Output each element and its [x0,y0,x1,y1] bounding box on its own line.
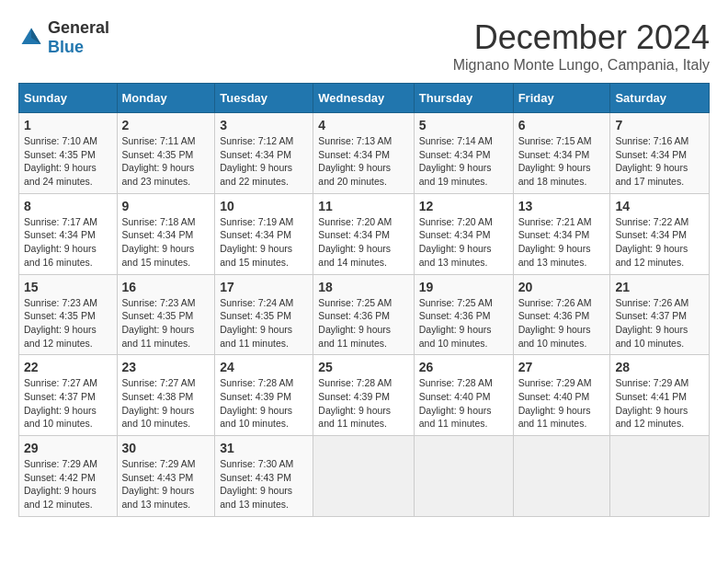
calendar-cell: 17 Sunrise: 7:24 AMSunset: 4:35 PMDaylig… [215,274,313,355]
calendar-week-4: 22 Sunrise: 7:27 AMSunset: 4:37 PMDaylig… [19,355,710,436]
calendar-cell: 15 Sunrise: 7:23 AMSunset: 4:35 PMDaylig… [19,274,118,355]
day-number: 31 [220,441,308,455]
day-info: Sunrise: 7:30 AMSunset: 4:43 PMDaylight:… [220,458,293,510]
day-number: 13 [518,199,606,213]
day-info: Sunrise: 7:17 AMSunset: 4:34 PMDaylight:… [24,216,97,268]
day-info: Sunrise: 7:23 AMSunset: 4:35 PMDaylight:… [24,297,97,349]
calendar-cell [610,436,710,517]
day-number: 18 [318,280,408,294]
calendar-cell: 11 Sunrise: 7:20 AMSunset: 4:34 PMDaylig… [313,193,414,274]
day-number: 14 [615,199,704,213]
day-info: Sunrise: 7:25 AMSunset: 4:36 PMDaylight:… [419,297,493,349]
day-number: 21 [615,280,704,294]
calendar-header-row: SundayMondayTuesdayWednesdayThursdayFrid… [19,84,710,113]
day-number: 19 [419,280,508,294]
day-info: Sunrise: 7:29 AMSunset: 4:40 PMDaylight:… [518,377,592,429]
calendar-week-3: 15 Sunrise: 7:23 AMSunset: 4:35 PMDaylig… [19,274,710,355]
calendar-cell: 6 Sunrise: 7:15 AMSunset: 4:34 PMDayligh… [513,113,610,194]
calendar-cell [414,436,513,517]
day-info: Sunrise: 7:16 AMSunset: 4:34 PMDaylight:… [615,135,688,187]
day-number: 10 [220,199,308,213]
calendar-cell: 27 Sunrise: 7:29 AMSunset: 4:40 PMDaylig… [513,355,610,436]
calendar-cell: 10 Sunrise: 7:19 AMSunset: 4:34 PMDaylig… [215,193,313,274]
day-number: 3 [220,118,308,132]
day-info: Sunrise: 7:12 AMSunset: 4:34 PMDaylight:… [220,135,293,187]
day-number: 16 [122,280,210,294]
day-number: 2 [122,118,210,132]
header-cell-wednesday: Wednesday [313,84,414,113]
day-number: 17 [220,280,308,294]
calendar-cell: 13 Sunrise: 7:21 AMSunset: 4:34 PMDaylig… [513,193,610,274]
day-number: 30 [122,441,210,455]
calendar-week-5: 29 Sunrise: 7:29 AMSunset: 4:42 PMDaylig… [19,436,710,517]
calendar-cell: 21 Sunrise: 7:26 AMSunset: 4:37 PMDaylig… [610,274,710,355]
day-info: Sunrise: 7:24 AMSunset: 4:35 PMDaylight:… [220,297,293,349]
day-number: 20 [518,280,606,294]
day-number: 5 [419,118,508,132]
day-info: Sunrise: 7:29 AMSunset: 4:43 PMDaylight:… [122,458,196,510]
calendar-cell: 16 Sunrise: 7:23 AMSunset: 4:35 PMDaylig… [117,274,215,355]
day-info: Sunrise: 7:29 AMSunset: 4:41 PMDaylight:… [615,377,688,429]
day-info: Sunrise: 7:28 AMSunset: 4:40 PMDaylight:… [419,377,493,429]
calendar-cell: 18 Sunrise: 7:25 AMSunset: 4:36 PMDaylig… [313,274,414,355]
calendar-body: 1 Sunrise: 7:10 AMSunset: 4:35 PMDayligh… [19,113,710,517]
day-number: 1 [24,118,112,132]
calendar-cell: 14 Sunrise: 7:22 AMSunset: 4:34 PMDaylig… [610,193,710,274]
day-info: Sunrise: 7:26 AMSunset: 4:37 PMDaylight:… [615,297,688,349]
header: General Blue December 2024 Mignano Monte… [18,18,710,74]
calendar-cell: 23 Sunrise: 7:27 AMSunset: 4:38 PMDaylig… [117,355,215,436]
logo-icon [18,25,44,51]
main-title: December 2024 [453,18,710,57]
calendar-cell: 25 Sunrise: 7:28 AMSunset: 4:39 PMDaylig… [313,355,414,436]
calendar-cell: 19 Sunrise: 7:25 AMSunset: 4:36 PMDaylig… [414,274,513,355]
calendar-cell: 29 Sunrise: 7:29 AMSunset: 4:42 PMDaylig… [19,436,118,517]
day-info: Sunrise: 7:22 AMSunset: 4:34 PMDaylight:… [615,216,688,268]
day-info: Sunrise: 7:20 AMSunset: 4:34 PMDaylight:… [318,216,392,268]
day-number: 6 [518,118,606,132]
calendar-cell: 28 Sunrise: 7:29 AMSunset: 4:41 PMDaylig… [610,355,710,436]
calendar-cell: 1 Sunrise: 7:10 AMSunset: 4:35 PMDayligh… [19,113,118,194]
calendar-table: SundayMondayTuesdayWednesdayThursdayFrid… [18,83,710,517]
day-info: Sunrise: 7:20 AMSunset: 4:34 PMDaylight:… [419,216,493,268]
day-number: 22 [24,360,112,374]
header-cell-tuesday: Tuesday [215,84,313,113]
day-info: Sunrise: 7:14 AMSunset: 4:34 PMDaylight:… [419,135,493,187]
header-cell-saturday: Saturday [610,84,710,113]
subtitle: Mignano Monte Lungo, Campania, Italy [453,57,710,74]
day-info: Sunrise: 7:15 AMSunset: 4:34 PMDaylight:… [518,135,592,187]
calendar-cell: 2 Sunrise: 7:11 AMSunset: 4:35 PMDayligh… [117,113,215,194]
day-number: 8 [24,199,112,213]
calendar-cell: 31 Sunrise: 7:30 AMSunset: 4:43 PMDaylig… [215,436,313,517]
calendar-week-1: 1 Sunrise: 7:10 AMSunset: 4:35 PMDayligh… [19,113,710,194]
calendar-cell [313,436,414,517]
calendar-cell: 9 Sunrise: 7:18 AMSunset: 4:34 PMDayligh… [117,193,215,274]
logo-blue: Blue [48,38,84,56]
day-info: Sunrise: 7:27 AMSunset: 4:37 PMDaylight:… [24,377,97,429]
logo: General Blue [18,18,109,57]
day-number: 29 [24,441,112,455]
day-info: Sunrise: 7:28 AMSunset: 4:39 PMDaylight:… [220,377,293,429]
calendar-cell: 24 Sunrise: 7:28 AMSunset: 4:39 PMDaylig… [215,355,313,436]
day-number: 12 [419,199,508,213]
day-info: Sunrise: 7:21 AMSunset: 4:34 PMDaylight:… [518,216,592,268]
day-number: 25 [318,360,408,374]
calendar-cell: 3 Sunrise: 7:12 AMSunset: 4:34 PMDayligh… [215,113,313,194]
calendar-cell: 26 Sunrise: 7:28 AMSunset: 4:40 PMDaylig… [414,355,513,436]
calendar-cell: 5 Sunrise: 7:14 AMSunset: 4:34 PMDayligh… [414,113,513,194]
title-area: December 2024 Mignano Monte Lungo, Campa… [453,18,710,74]
day-number: 7 [615,118,704,132]
day-number: 28 [615,360,704,374]
header-cell-friday: Friday [513,84,610,113]
day-info: Sunrise: 7:19 AMSunset: 4:34 PMDaylight:… [220,216,293,268]
day-info: Sunrise: 7:28 AMSunset: 4:39 PMDaylight:… [318,377,392,429]
day-number: 23 [122,360,210,374]
calendar-cell: 8 Sunrise: 7:17 AMSunset: 4:34 PMDayligh… [19,193,118,274]
day-info: Sunrise: 7:25 AMSunset: 4:36 PMDaylight:… [318,297,392,349]
header-cell-sunday: Sunday [19,84,118,113]
logo-general: General [48,18,109,37]
day-info: Sunrise: 7:27 AMSunset: 4:38 PMDaylight:… [122,377,196,429]
day-info: Sunrise: 7:13 AMSunset: 4:34 PMDaylight:… [318,135,392,187]
day-info: Sunrise: 7:23 AMSunset: 4:35 PMDaylight:… [122,297,196,349]
day-info: Sunrise: 7:18 AMSunset: 4:34 PMDaylight:… [122,216,196,268]
day-info: Sunrise: 7:29 AMSunset: 4:42 PMDaylight:… [24,458,97,510]
